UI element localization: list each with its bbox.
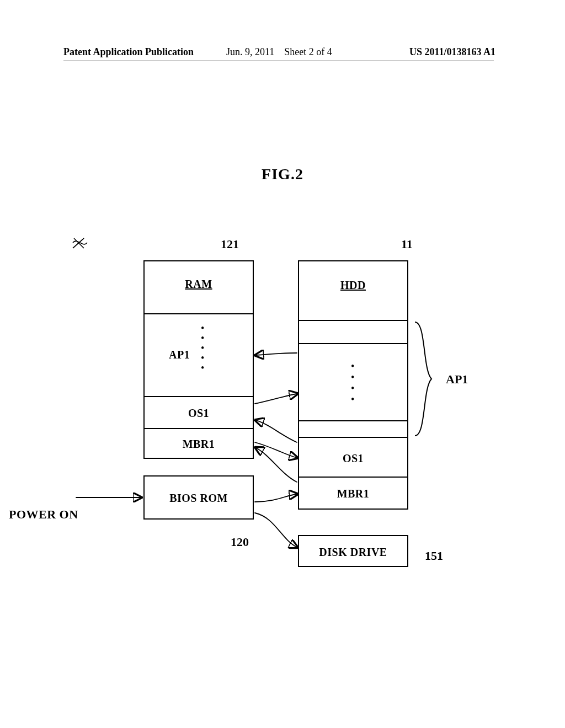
header-date: Jun. 9, 2011 [226,46,274,57]
ref-label-11: 11 [401,237,413,251]
header-center: Jun. 9, 2011 Sheet 2 of 4 [226,46,332,58]
page-header: Patent Application Publication Jun. 9, 2… [0,46,565,60]
curly-brace-icon [413,320,446,438]
ram-os1-label: OS1 [145,407,253,420]
ram-os1-block: OS1 [143,397,254,429]
hdd-os1-label: OS1 [299,452,407,465]
ram-ap1-block: AP1 ••••• [143,314,254,397]
ref-label-151: 151 [425,549,443,563]
vertical-dots-icon: •••• [351,361,354,405]
leader-tick-151 [72,237,88,248]
figure-diagram: 121 11 120 151 AP1 POWER ON RAM AP1 ••••… [72,237,502,568]
ram-block: RAM [143,260,254,314]
header-pubnum: US 2011/0138163 A1 [409,46,495,58]
header-left: Patent Application Publication [63,46,194,58]
hdd-label: HDD [299,279,407,292]
ref-label-120: 120 [231,535,249,549]
figure-title: FIG.2 [0,165,565,183]
header-rule [63,61,494,61]
power-on-label: POWER ON [9,507,78,522]
ram-label: RAM [145,278,253,291]
ram-ap1-label: AP1 [169,349,190,361]
bios-rom-label: BIOS ROM [145,492,253,505]
ref-label-121: 121 [221,237,239,251]
hdd-ap1-segment: •••• [298,344,408,421]
ram-mbr1-label: MBR1 [145,438,253,451]
disk-drive-label: DISK DRIVE [299,546,407,559]
hdd-block: HDD [298,260,408,321]
bios-rom-block: BIOS ROM [143,475,254,520]
hdd-mbr1-label: MBR1 [299,488,407,500]
hdd-mbr1-block: MBR1 [298,478,408,510]
hdd-segment-3 [298,421,408,438]
ram-mbr1-block: MBR1 [143,429,254,459]
header-sheet: Sheet 2 of 4 [284,46,332,57]
hdd-segment-1 [298,321,408,344]
disk-drive-block: DISK DRIVE [298,535,408,567]
hdd-os1-block: OS1 [298,438,408,478]
ref-label-ap1: AP1 [446,372,468,387]
patent-page: Patent Application Publication Jun. 9, 2… [0,0,565,728]
vertical-dots-icon: ••••• [201,323,204,373]
